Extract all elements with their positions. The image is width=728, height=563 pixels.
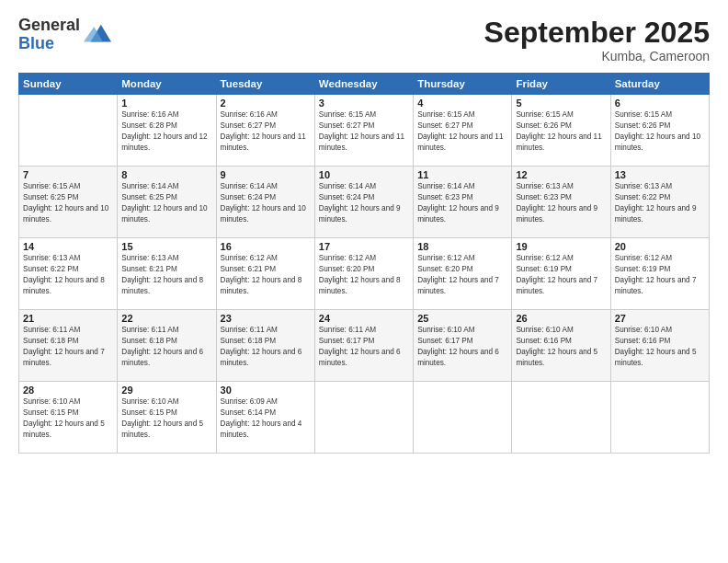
day-cell: 30Sunrise: 6:09 AMSunset: 6:14 PMDayligh…: [216, 382, 314, 454]
day-cell: 21Sunrise: 6:11 AMSunset: 6:18 PMDayligh…: [19, 310, 118, 382]
col-sunday: Sunday: [19, 74, 118, 95]
day-cell: 28Sunrise: 6:10 AMSunset: 6:15 PMDayligh…: [19, 382, 118, 454]
col-tuesday: Tuesday: [216, 74, 314, 95]
day-number: 30: [221, 385, 311, 396]
day-cell: 26Sunrise: 6:10 AMSunset: 6:16 PMDayligh…: [512, 310, 610, 382]
day-info: Sunrise: 6:10 AMSunset: 6:17 PMDaylight:…: [417, 326, 499, 367]
day-cell: 1Sunrise: 6:16 AMSunset: 6:28 PMDaylight…: [118, 95, 216, 167]
day-number: 13: [615, 169, 705, 180]
day-info: Sunrise: 6:11 AMSunset: 6:18 PMDaylight:…: [121, 326, 203, 367]
day-number: 10: [319, 169, 409, 180]
day-number: 9: [221, 169, 311, 180]
month-title: September 2025: [484, 17, 710, 49]
day-info: Sunrise: 6:13 AMSunset: 6:23 PMDaylight:…: [516, 182, 597, 224]
day-number: 28: [23, 385, 113, 396]
day-number: 16: [221, 241, 311, 252]
title-block: September 2025 Kumba, Cameroon: [484, 17, 710, 63]
day-number: 8: [121, 169, 211, 180]
day-cell: 16Sunrise: 6:12 AMSunset: 6:21 PMDayligh…: [216, 238, 314, 310]
day-number: 4: [417, 98, 507, 109]
week-row-4: 21Sunrise: 6:11 AMSunset: 6:18 PMDayligh…: [19, 310, 710, 382]
logo-blue: Blue: [18, 35, 80, 53]
day-cell: 12Sunrise: 6:13 AMSunset: 6:23 PMDayligh…: [512, 167, 610, 238]
day-cell: 29Sunrise: 6:10 AMSunset: 6:15 PMDayligh…: [118, 382, 216, 454]
day-cell: 17Sunrise: 6:12 AMSunset: 6:20 PMDayligh…: [314, 238, 413, 310]
day-cell: 3Sunrise: 6:15 AMSunset: 6:27 PMDaylight…: [314, 95, 413, 167]
day-info: Sunrise: 6:10 AMSunset: 6:15 PMDaylight:…: [121, 397, 203, 439]
day-info: Sunrise: 6:15 AMSunset: 6:27 PMDaylight:…: [417, 110, 503, 152]
day-cell: 9Sunrise: 6:14 AMSunset: 6:24 PMDaylight…: [216, 167, 314, 238]
day-cell: [19, 95, 118, 167]
day-number: 19: [516, 241, 606, 252]
day-info: Sunrise: 6:10 AMSunset: 6:16 PMDaylight:…: [615, 326, 697, 367]
day-number: 11: [417, 169, 507, 180]
day-number: 20: [615, 241, 705, 252]
day-cell: 24Sunrise: 6:11 AMSunset: 6:17 PMDayligh…: [314, 310, 413, 382]
day-number: 5: [516, 98, 606, 109]
day-info: Sunrise: 6:11 AMSunset: 6:18 PMDaylight:…: [23, 326, 105, 367]
day-cell: 6Sunrise: 6:15 AMSunset: 6:26 PMDaylight…: [610, 95, 709, 167]
day-cell: 10Sunrise: 6:14 AMSunset: 6:24 PMDayligh…: [314, 167, 413, 238]
col-saturday: Saturday: [610, 74, 709, 95]
day-info: Sunrise: 6:15 AMSunset: 6:26 PMDaylight:…: [516, 110, 601, 152]
day-number: 17: [319, 241, 409, 252]
day-info: Sunrise: 6:13 AMSunset: 6:21 PMDaylight:…: [121, 254, 203, 295]
day-number: 3: [319, 98, 409, 109]
day-info: Sunrise: 6:13 AMSunset: 6:22 PMDaylight:…: [23, 254, 105, 295]
day-cell: [414, 382, 512, 454]
day-info: Sunrise: 6:09 AMSunset: 6:14 PMDaylight:…: [221, 397, 302, 439]
day-info: Sunrise: 6:14 AMSunset: 6:24 PMDaylight:…: [221, 182, 306, 224]
day-info: Sunrise: 6:10 AMSunset: 6:16 PMDaylight:…: [516, 326, 597, 367]
subtitle: Kumba, Cameroon: [484, 49, 710, 63]
day-info: Sunrise: 6:10 AMSunset: 6:15 PMDaylight:…: [23, 397, 105, 439]
day-number: 21: [23, 313, 113, 324]
week-row-5: 28Sunrise: 6:10 AMSunset: 6:15 PMDayligh…: [19, 382, 710, 454]
logo-icon: [84, 21, 111, 49]
day-number: 14: [23, 241, 113, 252]
day-number: 18: [417, 241, 507, 252]
col-thursday: Thursday: [414, 74, 512, 95]
day-info: Sunrise: 6:12 AMSunset: 6:20 PMDaylight:…: [319, 254, 401, 295]
day-cell: 11Sunrise: 6:14 AMSunset: 6:23 PMDayligh…: [414, 167, 512, 238]
day-info: Sunrise: 6:11 AMSunset: 6:17 PMDaylight:…: [319, 326, 401, 367]
day-info: Sunrise: 6:12 AMSunset: 6:20 PMDaylight:…: [417, 254, 499, 295]
day-cell: 13Sunrise: 6:13 AMSunset: 6:22 PMDayligh…: [610, 167, 709, 238]
day-number: 27: [615, 313, 705, 324]
day-cell: [610, 382, 709, 454]
day-cell: 8Sunrise: 6:14 AMSunset: 6:25 PMDaylight…: [118, 167, 216, 238]
day-number: 15: [121, 241, 211, 252]
day-info: Sunrise: 6:12 AMSunset: 6:21 PMDaylight:…: [221, 254, 302, 295]
day-info: Sunrise: 6:16 AMSunset: 6:27 PMDaylight:…: [221, 110, 306, 152]
day-info: Sunrise: 6:16 AMSunset: 6:28 PMDaylight:…: [121, 110, 207, 152]
day-info: Sunrise: 6:14 AMSunset: 6:23 PMDaylight:…: [417, 182, 499, 224]
day-cell: 18Sunrise: 6:12 AMSunset: 6:20 PMDayligh…: [414, 238, 512, 310]
day-number: 6: [615, 98, 705, 109]
day-number: 2: [221, 98, 311, 109]
col-wednesday: Wednesday: [314, 74, 413, 95]
day-number: 22: [121, 313, 211, 324]
header-row: Sunday Monday Tuesday Wednesday Thursday…: [19, 74, 710, 95]
day-number: 26: [516, 313, 606, 324]
week-row-3: 14Sunrise: 6:13 AMSunset: 6:22 PMDayligh…: [19, 238, 710, 310]
day-cell: 14Sunrise: 6:13 AMSunset: 6:22 PMDayligh…: [19, 238, 118, 310]
day-cell: 4Sunrise: 6:15 AMSunset: 6:27 PMDaylight…: [414, 95, 512, 167]
day-number: 25: [417, 313, 507, 324]
day-cell: 27Sunrise: 6:10 AMSunset: 6:16 PMDayligh…: [610, 310, 709, 382]
day-cell: [512, 382, 610, 454]
day-cell: 15Sunrise: 6:13 AMSunset: 6:21 PMDayligh…: [118, 238, 216, 310]
day-info: Sunrise: 6:11 AMSunset: 6:18 PMDaylight:…: [221, 326, 302, 367]
page: General Blue September 2025 Kumba, Camer…: [0, 0, 728, 563]
day-cell: 2Sunrise: 6:16 AMSunset: 6:27 PMDaylight…: [216, 95, 314, 167]
day-info: Sunrise: 6:13 AMSunset: 6:22 PMDaylight:…: [615, 182, 697, 224]
day-info: Sunrise: 6:14 AMSunset: 6:25 PMDaylight:…: [121, 182, 207, 224]
day-info: Sunrise: 6:15 AMSunset: 6:26 PMDaylight:…: [615, 110, 700, 152]
day-number: 24: [319, 313, 409, 324]
day-cell: [314, 382, 413, 454]
day-info: Sunrise: 6:12 AMSunset: 6:19 PMDaylight:…: [516, 254, 597, 295]
day-number: 7: [23, 169, 113, 180]
calendar-table: Sunday Monday Tuesday Wednesday Thursday…: [18, 73, 710, 454]
header: General Blue September 2025 Kumba, Camer…: [18, 17, 710, 63]
logo: General Blue: [18, 17, 111, 53]
day-cell: 5Sunrise: 6:15 AMSunset: 6:26 PMDaylight…: [512, 95, 610, 167]
week-row-1: 1Sunrise: 6:16 AMSunset: 6:28 PMDaylight…: [19, 95, 710, 167]
